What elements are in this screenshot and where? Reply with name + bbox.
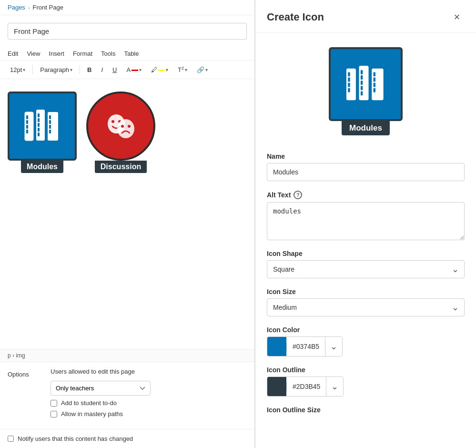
menu-edit[interactable]: Edit [8,50,18,57]
icon-color-swatch[interactable] [267,337,286,356]
italic-button[interactable]: I [97,64,107,76]
modules-icon-block: Modules [8,92,77,173]
svg-rect-7 [38,113,40,117]
icon-color-dropdown-button[interactable]: ⌄ [325,337,342,356]
name-label: Name [267,153,465,160]
svg-rect-2 [26,115,28,119]
font-color-swatch [132,70,138,71]
svg-rect-10 [38,128,40,132]
svg-rect-9 [38,123,40,127]
books-svg [21,105,64,148]
breadcrumb-separator: › [28,5,30,10]
drama-svg [102,107,140,145]
toolbar: 12pt ▾ Paragraph ▾ B I U A ▾ 🖊 ▾ T2 ▾ 🔗 … [0,61,254,79]
name-group: Name [267,153,465,181]
svg-rect-8 [38,118,40,122]
discussion-icon-circle [86,92,155,161]
svg-rect-11 [38,132,40,136]
name-input[interactable] [267,163,465,181]
svg-rect-38 [373,88,375,92]
alt-text-input[interactable]: modules [267,202,465,240]
icon-color-picker: #0374B5 ⌄ [267,336,343,356]
icon-size-select[interactable]: Small Medium Large Extra Large [267,298,465,316]
notify-checkbox[interactable] [8,436,14,442]
editor-canvas[interactable]: Modules [0,79,254,349]
menu-tools[interactable]: Tools [101,50,115,57]
menu-bar: Edit View Insert Format Tools Table [0,47,254,61]
left-panel: Pages › Front Page Edit View Insert Form… [0,0,255,448]
highlight-color-button[interactable]: 🖊 ▾ [147,64,172,76]
alt-text-label-row: Alt Text ? [267,191,465,199]
close-button[interactable]: × [449,10,465,25]
svg-rect-30 [360,75,362,80]
paragraph-arrow: ▾ [70,67,72,72]
font-size-selector[interactable]: 12pt ▾ [6,64,30,76]
svg-rect-4 [26,125,28,129]
svg-rect-5 [26,130,28,133]
svg-point-20 [117,119,134,138]
svg-rect-32 [360,86,362,90]
underline-button[interactable]: U [108,64,121,76]
svg-rect-25 [348,77,350,81]
mastery-paths-row: Allow in mastery paths [51,410,151,417]
menu-view[interactable]: View [27,50,40,57]
alt-text-label: Alt Text [267,191,291,199]
page-title-input[interactable] [8,23,247,40]
alt-text-help-icon[interactable]: ? [294,191,302,199]
font-size-arrow: ▾ [23,67,25,72]
menu-format[interactable]: Format [73,50,92,57]
users-edit-select[interactable]: Only teachers [51,381,151,396]
breadcrumb-parent-link[interactable]: Pages [8,4,25,11]
link-button[interactable]: 🔗 ▾ [192,64,212,76]
options-section: Options Users allowed to edit this page … [0,362,254,429]
mastery-paths-checkbox[interactable] [51,411,57,417]
icon-outline-label: Icon Outline [267,366,465,374]
svg-rect-0 [25,112,33,141]
svg-rect-29 [360,70,362,74]
mastery-paths-label: Allow in mastery paths [61,410,123,417]
svg-rect-14 [49,120,51,124]
svg-rect-13 [49,115,51,119]
toolbar-divider-1 [32,65,33,74]
student-todo-label: Add to student to-do [61,399,117,407]
menu-insert[interactable]: Insert [49,50,64,57]
paragraph-selector[interactable]: Paragraph ▾ [36,64,77,76]
menu-table[interactable]: Table [124,50,139,57]
editor-path: p › img [8,352,25,359]
notify-label: Notify users that this content has chang… [18,435,133,442]
font-color-button[interactable]: A ▾ [122,64,146,76]
svg-point-21 [121,125,124,128]
drawer-header: Create Icon × [255,0,476,33]
options-label: Options [8,368,41,378]
icon-color-value: #0374B5 [286,343,325,350]
icon-shape-group: Icon Shape Square Circle Triangle Diamon… [267,250,465,278]
icon-outline-group: Icon Outline #2D3B45 ⌄ [267,366,465,397]
superscript-button[interactable]: T2 ▾ [173,63,192,76]
drawer-title: Create Icon [267,11,324,23]
icon-shape-select[interactable]: Square Circle Triangle Diamond [267,260,465,278]
users-edit-label: Users allowed to edit this page [51,368,151,375]
icon-outline-dropdown-button[interactable]: ⌄ [326,377,343,396]
svg-rect-27 [348,88,350,92]
modules-icon-square [8,92,77,161]
student-todo-row: Add to student to-do [51,399,151,407]
icon-outline-swatch[interactable] [267,377,286,396]
drawer-form: Name Alt Text ? modules Icon Shape Squar… [255,145,476,421]
preview-icon [329,47,403,121]
icon-size-wrapper: Small Medium Large Extra Large ⌄ [267,298,465,316]
svg-rect-31 [360,81,362,85]
breadcrumb: Pages › Front Page [0,0,254,15]
icon-color-group: Icon Color #0374B5 ⌄ [267,326,465,356]
student-todo-checkbox[interactable] [51,400,57,407]
icon-outline-size-label: Icon Outline Size [267,406,465,414]
toolbar-divider-2 [80,65,80,74]
alt-text-group: Alt Text ? modules [267,191,465,240]
icon-size-group: Icon Size Small Medium Large Extra Large… [267,288,465,316]
icon-outline-picker: #2D3B45 ⌄ [267,377,344,397]
svg-rect-15 [49,125,51,129]
svg-rect-24 [348,72,350,76]
bold-button[interactable]: B [83,64,96,76]
svg-rect-23 [346,68,355,100]
notify-bar: Notify users that this content has chang… [0,429,254,448]
preview-books-svg [342,61,390,108]
